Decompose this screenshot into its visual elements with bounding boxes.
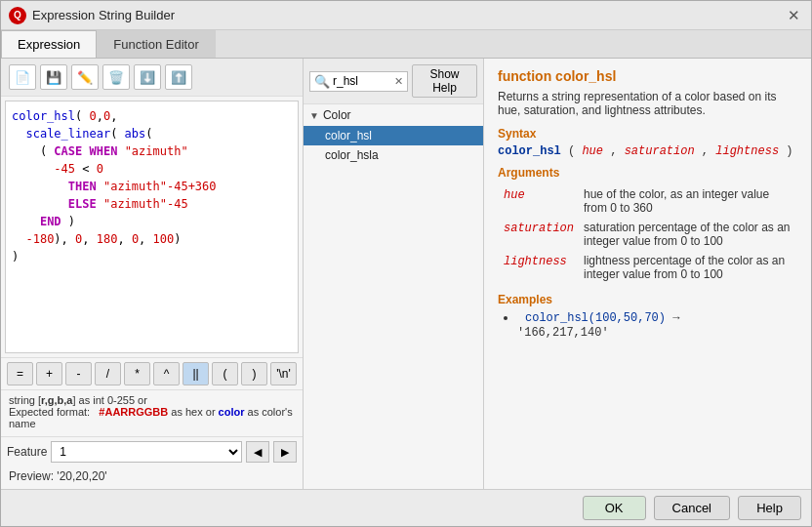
op-divide[interactable]: / <box>95 362 121 385</box>
tab-function-editor[interactable]: Function Editor <box>97 30 215 58</box>
example-item-0: color_hsl(100,50,70) → '166,217,140' <box>517 310 797 340</box>
arg-desc-saturation: saturation percentage of the color as an… <box>584 221 790 248</box>
arg-name-hue: hue <box>504 188 525 202</box>
hint-format-label: Expected format: <box>9 406 96 418</box>
left-panel: 📄 💾 ✏️ 🗑️ ⬇️ ⬆️ color_hsl( 0,0, scale_li… <box>1 59 304 489</box>
arg-desc-hue: hue of the color, as an integer value fr… <box>584 187 769 215</box>
op-concat[interactable]: || <box>183 362 209 385</box>
arg-row-lightness: lightness lightness percentage of the co… <box>500 252 795 283</box>
examples-label: Examples <box>498 293 797 306</box>
new-button[interactable]: 📄 <box>9 64 36 90</box>
example-arrow-0: → <box>672 311 679 325</box>
hint-area: string [r,g,b,a] as int 0-255 or Expecte… <box>1 389 303 436</box>
help-button[interactable]: Help <box>738 496 801 520</box>
syntax-arg-saturation: saturation <box>625 144 695 158</box>
hint-color: color <box>219 406 245 418</box>
main-window: Q Expression String Builder ✕ Expression… <box>0 0 812 527</box>
group-label: Color <box>323 108 351 122</box>
bottom-bar: OK Cancel Help <box>1 489 811 526</box>
show-help-button[interactable]: Show Help <box>412 64 477 98</box>
op-plus[interactable]: + <box>36 362 62 385</box>
right-panel: function color_hsl Returns a string repr… <box>484 59 811 489</box>
hint-hex: #AARRGGBB <box>99 406 168 418</box>
search-bar: 🔍 ✕ Show Help <box>304 59 483 104</box>
arg-name-lightness: lightness <box>504 255 567 268</box>
import-button[interactable]: ⬇️ <box>134 64 161 90</box>
help-description: Returns a string representation of a col… <box>498 90 797 117</box>
arguments-label: Arguments <box>498 166 797 180</box>
arguments-table: hue hue of the color, as an integer valu… <box>498 183 797 285</box>
function-group-color[interactable]: ▼ Color <box>304 104 483 126</box>
syntax-fn-name: color_hsl <box>498 144 561 158</box>
app-icon: Q <box>9 7 26 24</box>
op-newline[interactable]: '\n' <box>270 362 297 385</box>
titlebar-left: Q Expression String Builder <box>9 7 175 24</box>
edit-button[interactable]: ✏️ <box>71 64 99 90</box>
hint-mid: as hex or <box>171 406 218 418</box>
func-item-color-hsl[interactable]: color_hsl <box>304 126 483 145</box>
syntax-arg-lightness: lightness <box>715 144 779 158</box>
function-list: ▼ Color color_hsl color_hsla <box>304 104 483 489</box>
main-content: 📄 💾 ✏️ 🗑️ ⬇️ ⬆️ color_hsl( 0,0, scale_li… <box>1 59 811 489</box>
clear-search-button[interactable]: ✕ <box>394 75 403 88</box>
search-input-wrap: 🔍 ✕ <box>309 71 408 92</box>
tab-expression[interactable]: Expression <box>1 30 97 58</box>
arg-row-saturation: saturation saturation percentage of the … <box>500 219 795 250</box>
expression-toolbar: 📄 💾 ✏️ 🗑️ ⬇️ ⬆️ <box>1 59 303 97</box>
save-button[interactable]: 💾 <box>40 64 67 90</box>
next-feature-button[interactable]: ▶ <box>273 441 297 463</box>
syntax-line: color_hsl ( hue , saturation , lightness… <box>498 144 797 158</box>
tab-bar: Expression Function Editor <box>1 30 811 59</box>
code-editor[interactable]: color_hsl( 0,0, scale_linear( abs( ( CAS… <box>5 101 299 353</box>
preview-value: '20,20,20' <box>57 469 106 483</box>
feature-label: Feature <box>7 445 47 459</box>
op-multiply[interactable]: * <box>124 362 150 385</box>
search-icon: 🔍 <box>314 74 330 89</box>
titlebar: Q Expression String Builder ✕ <box>1 1 811 30</box>
arg-row-hue: hue hue of the color, as an integer valu… <box>500 185 795 217</box>
help-title: function color_hsl <box>498 68 797 84</box>
example-result-0: '166,217,140' <box>517 326 609 340</box>
examples-section: color_hsl(100,50,70) → '166,217,140' <box>498 310 797 340</box>
example-call-0: color_hsl(100,50,70) <box>525 311 666 325</box>
op-lparen[interactable]: ( <box>212 362 238 385</box>
hint-label: string [r,g,b,a] as int 0-255 or <box>9 394 147 406</box>
feature-select[interactable]: 1 <box>51 441 242 463</box>
operators-row: = + - / * ^ || ( ) '\n' <box>1 357 303 389</box>
close-button[interactable]: ✕ <box>784 6 803 25</box>
op-equals[interactable]: = <box>7 362 33 385</box>
window-title: Expression String Builder <box>32 8 175 22</box>
ok-button[interactable]: OK <box>583 496 646 520</box>
syntax-arg-hue: hue <box>582 144 603 158</box>
func-item-color-hsla[interactable]: color_hsla <box>304 145 483 165</box>
op-minus[interactable]: - <box>65 362 92 385</box>
export-button[interactable]: ⬆️ <box>165 64 192 90</box>
middle-panel: 🔍 ✕ Show Help ▼ Color color_hsl color_hs… <box>304 59 484 489</box>
feature-row: Feature 1 ◀ ▶ <box>1 436 303 466</box>
example-code-0: color_hsl(100,50,70) → '166,217,140' <box>517 311 679 340</box>
cancel-button[interactable]: Cancel <box>654 496 730 520</box>
syntax-label: Syntax <box>498 127 797 141</box>
op-power[interactable]: ^ <box>153 362 180 385</box>
search-input[interactable] <box>333 74 391 88</box>
op-rparen[interactable]: ) <box>241 362 267 385</box>
arg-name-saturation: saturation <box>504 222 574 235</box>
chevron-down-icon: ▼ <box>309 110 319 121</box>
arg-desc-lightness: lightness percentage of the color as an … <box>584 254 785 281</box>
preview-row: Preview: '20,20,20' <box>1 466 303 489</box>
preview-label: Preview: <box>9 469 54 483</box>
prev-feature-button[interactable]: ◀ <box>246 441 269 463</box>
delete-button[interactable]: 🗑️ <box>102 64 130 90</box>
